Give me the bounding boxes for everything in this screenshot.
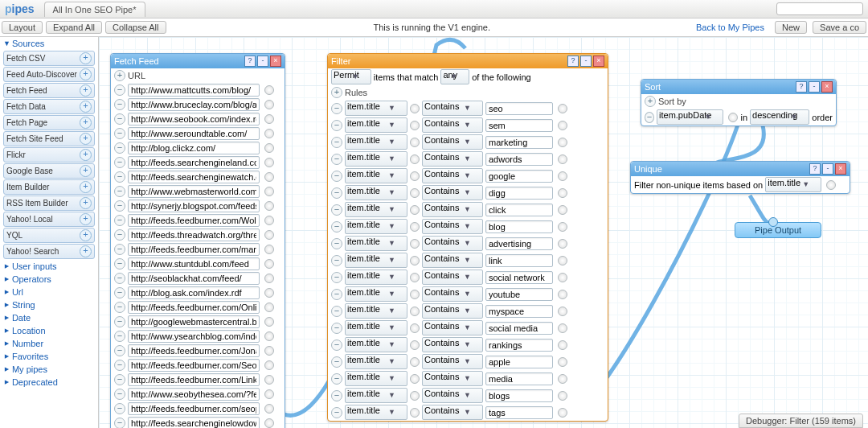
url-input[interactable] bbox=[128, 214, 260, 227]
connector-port[interactable] bbox=[410, 323, 420, 333]
sidebar-module[interactable]: YQL+ bbox=[3, 228, 95, 243]
rule-op-select[interactable]: Contains▼ bbox=[422, 388, 483, 403]
help-icon[interactable]: ? bbox=[796, 81, 807, 93]
minimize-icon[interactable]: - bbox=[580, 56, 592, 67]
remove-rule-button[interactable]: − bbox=[331, 272, 342, 283]
brand-logo[interactable]: pipes bbox=[0, 2, 39, 15]
add-module-icon[interactable]: + bbox=[80, 133, 92, 145]
rule-op-select[interactable]: Contains▼ bbox=[422, 219, 483, 234]
remove-rule-button[interactable]: − bbox=[331, 120, 342, 131]
sidebar-category[interactable]: ▼Favorites bbox=[0, 350, 98, 363]
remove-rule-button[interactable]: − bbox=[331, 238, 342, 249]
rule-op-select[interactable]: Contains▼ bbox=[422, 371, 483, 386]
connector-port[interactable] bbox=[410, 391, 420, 401]
remove-row-button[interactable]: − bbox=[114, 200, 125, 212]
add-module-icon[interactable]: + bbox=[80, 117, 92, 129]
url-input[interactable] bbox=[128, 330, 260, 343]
fetch-feed-module[interactable]: Fetch Feed ? - × +URL −−−−−−−−−−−−−−−−−−… bbox=[110, 53, 285, 428]
close-icon[interactable]: × bbox=[593, 56, 604, 67]
remove-row-button[interactable]: − bbox=[114, 374, 125, 385]
rule-op-select[interactable]: Contains▼ bbox=[422, 202, 483, 217]
connector-port[interactable] bbox=[558, 188, 567, 198]
connector-port[interactable] bbox=[410, 121, 420, 130]
url-input[interactable] bbox=[128, 373, 260, 386]
connector-port[interactable] bbox=[410, 205, 420, 215]
minimize-icon[interactable]: - bbox=[257, 56, 268, 67]
sidebar-category[interactable]: ▼Number bbox=[0, 337, 98, 350]
connector-port[interactable] bbox=[264, 158, 274, 167]
remove-row-button[interactable]: − bbox=[114, 258, 125, 270]
sidebar-module[interactable]: Google Base+ bbox=[3, 163, 95, 179]
rule-op-select[interactable]: Contains▼ bbox=[422, 354, 483, 369]
rule-op-select[interactable]: Contains▼ bbox=[422, 236, 483, 251]
rule-value-input[interactable] bbox=[485, 237, 553, 250]
pipe-output-node[interactable]: Pipe Output bbox=[735, 222, 821, 238]
url-input[interactable] bbox=[128, 359, 260, 372]
remove-row-button[interactable]: − bbox=[114, 229, 125, 241]
rule-field-select[interactable]: item.title▼ bbox=[345, 320, 407, 335]
add-module-icon[interactable]: + bbox=[80, 149, 92, 161]
url-input[interactable] bbox=[128, 417, 260, 428]
remove-row-button[interactable]: − bbox=[114, 142, 125, 154]
rule-op-select[interactable]: Contains▼ bbox=[422, 337, 483, 352]
connector-port[interactable] bbox=[558, 307, 567, 316]
rule-value-input[interactable] bbox=[485, 119, 553, 132]
remove-row-button[interactable]: − bbox=[114, 128, 125, 139]
sidebar-category[interactable]: ▼String bbox=[0, 298, 98, 311]
sidebar-module[interactable]: Fetch Data+ bbox=[3, 99, 95, 114]
sidebar-category[interactable]: ▼User inputs bbox=[0, 260, 98, 273]
add-module-icon[interactable]: + bbox=[80, 52, 92, 64]
rule-value-input[interactable] bbox=[485, 356, 553, 368]
connector-port[interactable] bbox=[410, 171, 420, 181]
sidebar-module[interactable]: Yahoo! Search+ bbox=[3, 244, 95, 259]
connector-port[interactable] bbox=[264, 360, 274, 370]
connector-port[interactable] bbox=[558, 256, 567, 265]
remove-row-button[interactable]: − bbox=[114, 273, 125, 284]
connector-port[interactable] bbox=[264, 129, 274, 138]
url-input[interactable] bbox=[128, 98, 260, 111]
rule-value-input[interactable] bbox=[485, 220, 553, 233]
rule-op-select[interactable]: Contains▼ bbox=[422, 168, 483, 183]
add-module-icon[interactable]: + bbox=[80, 229, 92, 241]
sidebar-cat-sources[interactable]: ▼Sources bbox=[0, 37, 98, 50]
rule-value-input[interactable] bbox=[485, 339, 553, 352]
sidebar-module[interactable]: Fetch Page+ bbox=[3, 115, 95, 130]
rule-field-select[interactable]: item.title▼ bbox=[345, 185, 407, 200]
add-sort-button[interactable]: + bbox=[645, 96, 656, 107]
sort-direction-select[interactable]: descending▼ bbox=[750, 109, 809, 125]
expand-all-button[interactable]: Expand All bbox=[46, 21, 102, 34]
sidebar-category[interactable]: ▼Date bbox=[0, 311, 98, 324]
rule-field-select[interactable]: item.title▼ bbox=[345, 253, 407, 268]
connector-port[interactable] bbox=[558, 408, 567, 418]
connector-port[interactable] bbox=[558, 154, 567, 164]
connector-port[interactable] bbox=[558, 290, 567, 299]
rule-value-input[interactable] bbox=[485, 372, 553, 385]
remove-row-button[interactable]: − bbox=[114, 389, 125, 400]
sidebar-module[interactable]: Feed Auto-Discover+ bbox=[3, 67, 95, 82]
remove-rule-button[interactable]: − bbox=[331, 323, 342, 334]
remove-rule-button[interactable]: − bbox=[331, 407, 342, 418]
rule-value-input[interactable] bbox=[485, 136, 553, 149]
rule-value-input[interactable] bbox=[485, 389, 553, 402]
remove-rule-button[interactable]: − bbox=[331, 289, 342, 300]
back-to-pipes-link[interactable]: Back to My Pipes bbox=[696, 23, 764, 32]
url-input[interactable] bbox=[128, 388, 260, 401]
connector-port[interactable] bbox=[558, 171, 567, 181]
connector-port[interactable] bbox=[264, 245, 274, 254]
save-button[interactable]: Save a co bbox=[813, 21, 866, 34]
remove-row-button[interactable]: − bbox=[114, 418, 125, 428]
rule-op-select[interactable]: Contains▼ bbox=[422, 151, 483, 167]
rule-field-select[interactable]: item.title▼ bbox=[345, 388, 407, 403]
connector-port[interactable] bbox=[558, 391, 567, 401]
remove-row-button[interactable]: − bbox=[114, 171, 125, 183]
remove-row-button[interactable]: − bbox=[114, 215, 125, 226]
remove-rule-button[interactable]: − bbox=[331, 255, 342, 266]
rule-field-select[interactable]: item.title▼ bbox=[345, 202, 407, 217]
sidebar-category[interactable]: ▼My pipes bbox=[0, 363, 98, 376]
connector-port[interactable] bbox=[558, 374, 567, 384]
connector-port[interactable] bbox=[410, 357, 420, 367]
connector-port[interactable] bbox=[264, 418, 274, 428]
unique-module[interactable]: Unique ? - × Filter non-unique items bas… bbox=[630, 161, 850, 194]
url-input[interactable] bbox=[128, 142, 260, 154]
rule-op-select[interactable]: Contains▼ bbox=[422, 286, 483, 302]
